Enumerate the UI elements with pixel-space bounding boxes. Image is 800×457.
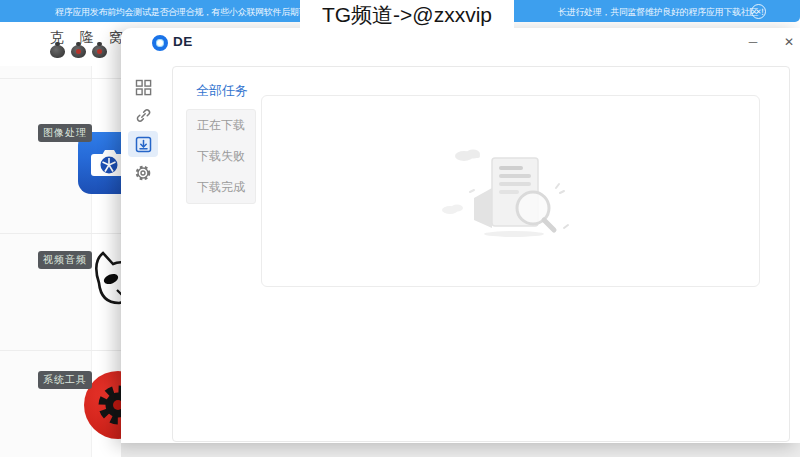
tab-downloading[interactable]: 正在下载 (187, 110, 255, 141)
document-search-illustration (436, 136, 586, 246)
tab-all-tasks[interactable]: 全部任务 (196, 82, 248, 100)
pouch-icon (50, 45, 65, 58)
section-divider (0, 233, 128, 234)
tg-channel-text: TG频道->@zxxvip (322, 1, 492, 29)
settings-gear-icon[interactable] (131, 161, 155, 185)
category-badge-image: 图像处理 (38, 124, 92, 142)
close-button[interactable]: ✕ (779, 32, 799, 52)
section-divider (0, 350, 128, 351)
tab-completed[interactable]: 下载完成 (187, 172, 255, 203)
section-divider (0, 78, 128, 79)
banner-text-right: 长进行处理，共同监督维护良好的程序应用下载社区！ (558, 6, 767, 19)
minimize-button[interactable]: ─ (743, 32, 763, 52)
banner-text-left: 程序应用发布前均会测试是否合理合规，有些小众联网软件后期可能 (55, 6, 316, 19)
app-logo-ring-icon (152, 35, 168, 51)
currency-pouch-icons (50, 45, 107, 58)
pouch-icon (92, 45, 107, 58)
task-list-empty-area (261, 95, 760, 287)
background-app: 克 隆 窝 图像处理 视频音频 (0, 0, 130, 457)
tab-failed[interactable]: 下载失败 (187, 141, 255, 172)
download-manager-dialog: DE ─ ✕ (121, 28, 800, 443)
task-filter-list: 正在下载 下载失败 下载完成 (186, 109, 256, 204)
banner-close-icon[interactable]: ✕ (751, 4, 766, 19)
link-icon[interactable] (131, 103, 155, 127)
tasks-panel: 全部任务 正在下载 下载失败 下载完成 (172, 66, 790, 442)
category-badge-system: 系统工具 (38, 371, 92, 389)
app-logo-text: DE (173, 34, 193, 49)
behind-dialog-area (121, 443, 800, 457)
pouch-icon (71, 45, 86, 58)
screen: 克 隆 窝 图像处理 视频音频 (0, 0, 800, 457)
category-badge-media: 视频音频 (38, 251, 92, 269)
download-icon[interactable] (128, 131, 158, 157)
apps-grid-icon[interactable] (131, 75, 155, 99)
watermark-overlay: TG频道->@zxxvip (300, 0, 514, 30)
